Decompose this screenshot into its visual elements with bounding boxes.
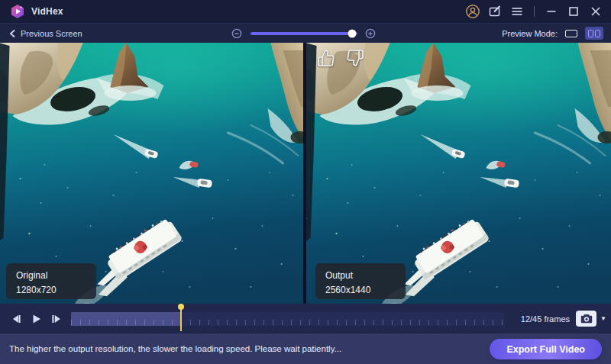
single-view-button[interactable] xyxy=(562,27,580,40)
playback-bar: 12/45 frames ▼ xyxy=(0,304,611,333)
export-full-video-button[interactable]: Export Full Video xyxy=(490,339,602,359)
camera-icon xyxy=(580,314,593,324)
timeline-playhead[interactable] xyxy=(180,306,182,331)
zoom-out-icon[interactable] xyxy=(231,28,243,40)
original-video-panel[interactable]: Original 1280x720 xyxy=(0,43,303,304)
output-resolution: 2560x1440 xyxy=(325,283,406,298)
next-frame-button[interactable] xyxy=(49,312,63,326)
app-title: VidHex xyxy=(31,6,63,17)
app-window: VidHex xyxy=(0,0,611,364)
zoom-slider-thumb[interactable] xyxy=(348,30,357,38)
split-view-icon xyxy=(588,30,600,37)
original-label: Original xyxy=(16,269,96,283)
frame-counter: 12/45 frames xyxy=(521,304,570,333)
zoom-controls xyxy=(231,24,377,43)
play-button[interactable] xyxy=(29,312,43,326)
minimize-button[interactable] xyxy=(544,4,559,19)
thumbs-up-icon[interactable] xyxy=(317,49,335,67)
preview-mode-controls: Preview Mode: xyxy=(502,27,603,40)
status-message: The higher the output resolution, the sl… xyxy=(9,333,341,364)
timeline-ticks xyxy=(71,320,504,325)
output-video-panel[interactable]: Output 2560x1440 xyxy=(306,43,611,304)
snapshot-button[interactable] xyxy=(576,311,596,327)
zoom-in-icon[interactable] xyxy=(365,28,377,40)
rating-controls xyxy=(317,49,364,67)
preview-mode-label: Preview Mode: xyxy=(502,29,558,38)
playback-buttons xyxy=(9,304,63,333)
original-resolution: 1280x720 xyxy=(16,283,96,298)
app-logo-icon xyxy=(10,4,25,19)
menu-icon[interactable] xyxy=(509,4,525,19)
title-bar: VidHex xyxy=(0,0,611,23)
split-view-button[interactable] xyxy=(585,27,603,40)
feedback-icon[interactable] xyxy=(487,4,503,19)
output-label: Output xyxy=(325,269,406,283)
titlebar-divider xyxy=(534,6,535,17)
zoom-slider[interactable] xyxy=(251,32,357,35)
preview-stage: Original 1280x720 Output 2560x1440 xyxy=(0,43,611,304)
previous-screen-label: Previous Screen xyxy=(21,29,82,38)
timeline-track[interactable] xyxy=(71,312,504,326)
maximize-button[interactable] xyxy=(566,4,581,19)
thumbs-down-icon[interactable] xyxy=(346,49,364,67)
toolbar: Previous Screen Preview Mode: xyxy=(0,23,611,43)
account-icon[interactable] xyxy=(465,4,480,19)
previous-screen-button[interactable]: Previous Screen xyxy=(9,29,82,38)
close-button[interactable] xyxy=(588,4,603,19)
output-label-box: Output 2560x1440 xyxy=(315,263,406,299)
previous-frame-button[interactable] xyxy=(9,312,23,326)
single-view-icon xyxy=(565,30,577,37)
chevron-left-icon xyxy=(9,29,16,38)
status-bar: The higher the output resolution, the sl… xyxy=(0,333,611,364)
snapshot-dropdown-caret[interactable]: ▼ xyxy=(600,304,606,333)
original-label-box: Original 1280x720 xyxy=(6,263,96,299)
